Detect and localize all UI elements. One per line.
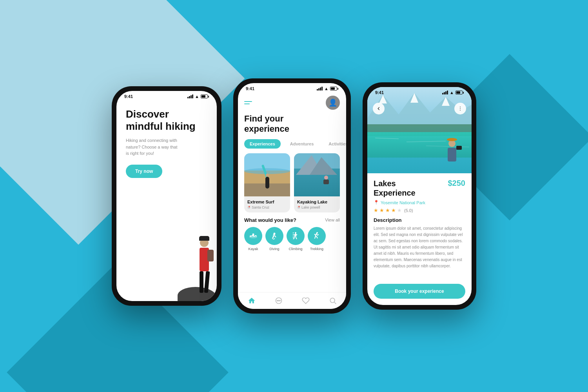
svg-point-8 [278, 300, 279, 301]
phone-1-screen: 9:41 ▲ [116, 91, 217, 301]
location-pin-icon: 📍 [374, 200, 379, 205]
section-title: What would you like? [244, 217, 296, 223]
photographer-hat [447, 138, 457, 141]
phone-2-header: 👤 [238, 93, 346, 114]
person-figure [200, 238, 209, 293]
phone-2-status-bar: 9:41 ▲ [238, 83, 346, 93]
svg-point-2 [274, 232, 276, 234]
location-pin-icon: 📍 [297, 206, 300, 209]
trekking-label: Trekking [310, 247, 323, 251]
more-options-button[interactable] [454, 103, 466, 114]
description-text: Lorem ipsum dolor sit amet, consectetur … [374, 225, 465, 269]
activities-header: What would you like? View all [238, 217, 346, 227]
phone-3-time: 9:41 [375, 90, 384, 95]
phone-1-status-bar: 9:41 ▲ [116, 91, 217, 100]
phone-2-screen: 9:41 ▲ [238, 83, 346, 309]
location-pin-icon: 📍 [247, 206, 250, 209]
phone-1-time: 9:41 [124, 94, 133, 99]
card-image-surf [244, 153, 290, 196]
phones-container: 9:41 ▲ [112, 78, 476, 314]
activity-climbing[interactable]: Climbing [287, 227, 305, 251]
wifi-icon: ▲ [195, 94, 199, 99]
tab-experiences[interactable]: Experiences [244, 139, 281, 149]
description-title: Description [374, 217, 465, 223]
photographer-figure [442, 140, 462, 167]
photographer-head [448, 140, 456, 147]
activity-kayak[interactable]: Kayak [244, 227, 262, 251]
nav-heart-icon[interactable] [301, 296, 310, 305]
battery-icon [201, 94, 209, 98]
climbing-icon-circle [287, 227, 305, 245]
mountain-bg [294, 153, 340, 175]
climbing-label: Climbing [289, 247, 302, 251]
activity-trekking[interactable]: Trekking [308, 227, 326, 251]
phone-3-info-card: Lakes Experience $250 📍 Yosemite Nationa… [367, 173, 472, 275]
location-name: Yosemite National Park [381, 200, 425, 205]
lake-illustration [294, 153, 340, 196]
backpack [207, 250, 214, 261]
kayak-label: Kayak [248, 247, 258, 251]
battery-icon [456, 91, 464, 94]
card-title-surf: Extreme Surf [247, 200, 287, 204]
star-2: ★ [379, 207, 384, 213]
phone-1-text: Discover mindful hiking Hiking and conne… [116, 100, 217, 186]
nav-search-icon[interactable] [328, 296, 337, 305]
back-button[interactable] [373, 103, 385, 114]
phone-2-status-icons: ▲ [317, 86, 338, 91]
phone-3-status-icons: ▲ [442, 90, 464, 95]
person-torso [200, 248, 209, 271]
phone-3-status-bar: 9:41 ▲ [367, 87, 472, 96]
trekking-icon-circle [308, 227, 326, 245]
card-image-lake [294, 153, 340, 196]
wifi-icon: ▲ [324, 86, 328, 91]
card-extreme-surf[interactable]: Extreme Surf 📍 Santa Cruz [244, 153, 290, 212]
svg-point-10 [330, 298, 335, 303]
svg-point-22 [460, 107, 461, 107]
phone-2-heading: Find your experience [238, 114, 346, 139]
phone-1-status-icons: ▲ [187, 94, 209, 99]
star-1: ★ [374, 207, 378, 213]
person-cap [199, 236, 209, 241]
diving-icon-circle [265, 227, 283, 245]
signal-icon [317, 87, 323, 91]
star-4: ★ [391, 207, 396, 213]
bottom-nav [238, 292, 346, 309]
diving-label: Diving [269, 247, 279, 251]
svg-point-24 [460, 110, 461, 111]
rating-row: ★ ★ ★ ★ ★ (5.0) [374, 207, 465, 213]
star-3: ★ [385, 207, 390, 213]
person-head [200, 238, 209, 247]
card-location-surf: 📍 Santa Cruz [247, 205, 287, 209]
person-legs [200, 271, 209, 293]
view-all-link[interactable]: View all [325, 218, 340, 222]
star-5: ★ [397, 207, 402, 213]
phone-2-time: 9:41 [246, 86, 254, 91]
activity-diving[interactable]: Diving [265, 227, 283, 251]
beach-illustration [244, 153, 290, 196]
card-location-lake: 📍 Lake powell [297, 205, 337, 209]
book-experience-button[interactable]: Book your experience [374, 284, 465, 299]
signal-icon [442, 91, 448, 94]
photographer-camera [456, 146, 462, 150]
beach-person [265, 177, 269, 189]
card-kayaking-lake[interactable]: Kayaking Lake 📍 Lake powell [294, 153, 340, 212]
wifi-icon: ▲ [450, 90, 454, 95]
price-display: $250 [448, 179, 466, 188]
try-now-button[interactable]: Try now [126, 165, 162, 178]
activity-icons-row: Kayak Diving [238, 227, 346, 256]
phone-1-title: Discover mindful hiking [126, 108, 207, 132]
phone-2-shell: 9:41 ▲ [233, 78, 351, 314]
user-avatar[interactable]: 👤 [326, 96, 340, 110]
tab-activities[interactable]: Activities [323, 139, 346, 149]
phone-2-tabs: Experiences Adventures Activities [238, 139, 346, 153]
phone-3-shell: 9:41 ▲ [363, 82, 476, 310]
nav-home-icon[interactable] [247, 296, 256, 305]
phone-1-content: Discover mindful hiking Hiking and conne… [116, 100, 217, 301]
hamburger-menu-icon[interactable] [244, 101, 252, 104]
svg-point-23 [460, 108, 461, 109]
nav-chat-icon[interactable] [274, 296, 283, 305]
rating-value: (5.0) [404, 208, 413, 213]
kayak-icon-circle [244, 227, 262, 245]
tab-adventures[interactable]: Adventures [285, 139, 319, 149]
card-title-lake: Kayaking Lake [297, 200, 337, 204]
